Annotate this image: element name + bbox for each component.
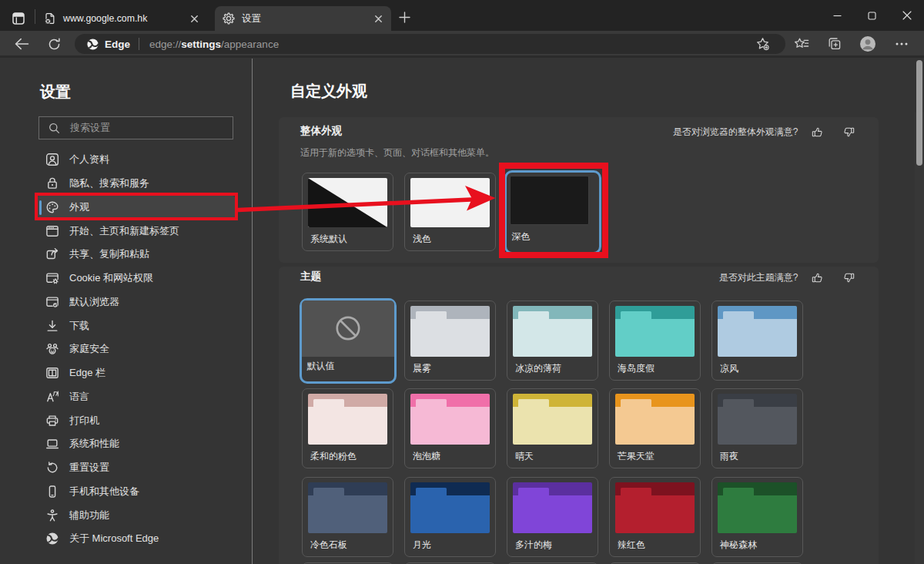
theme-card-soft-pink[interactable]: 柔和的粉色 <box>302 388 393 468</box>
theme-preview-tab <box>723 399 754 408</box>
tab-settings[interactable]: 设置 <box>215 6 391 31</box>
theme-card-label: 海岛度假 <box>618 362 654 375</box>
favorites-button[interactable] <box>790 35 813 53</box>
appearance-option-dark[interactable]: 深色 <box>504 170 601 254</box>
dark-preview <box>510 176 589 225</box>
sidebar-item-appearance[interactable]: 外观 <box>37 196 235 220</box>
search-settings-input[interactable]: 搜索设置 <box>38 116 233 139</box>
theme-card-juicy-plum[interactable]: 多汁的梅 <box>507 477 598 557</box>
theme-preview-body <box>308 407 387 445</box>
address-bar[interactable]: Edge edge://settings/appearance <box>75 34 785 54</box>
theme-preview <box>615 482 695 533</box>
theme-preview-body <box>718 495 797 533</box>
add-favorite-button[interactable] <box>755 37 770 51</box>
sidebar-item-family[interactable]: 家庭安全 <box>37 337 235 361</box>
sidebar-item-start[interactable]: 开始、主页和新建标签页 <box>37 219 235 243</box>
sidebar-item-reset[interactable]: 重置设置 <box>37 456 235 480</box>
appearance-option-light[interactable]: 浅色 <box>404 173 496 251</box>
more-menu-button[interactable] <box>890 35 913 53</box>
address-site-name: Edge <box>105 39 130 50</box>
page-favicon <box>44 12 56 25</box>
sidebar-item-cookies[interactable]: Cookie 和网站权限 <box>37 267 235 290</box>
overall-feedback: 是否对浏览器的整体外观满意? <box>673 124 855 139</box>
settings-page: 设置 搜索设置 个人资料 隐私、搜索和服务 外观 开始、主页和新建标签页 共享、… <box>0 56 924 564</box>
theme-card-island-getaway[interactable]: 海岛度假 <box>609 300 701 381</box>
sidebar-item-label: 隐私、搜索和服务 <box>69 176 149 190</box>
sidebar-item-label: 下载 <box>69 319 89 333</box>
sidebar-item-profile[interactable]: 个人资料 <box>37 148 235 172</box>
sidebar-item-privacy[interactable]: 隐私、搜索和服务 <box>37 172 235 196</box>
theme-card-mango-paradise[interactable]: 芒果天堂 <box>609 388 701 468</box>
theme-card-icy-mint[interactable]: 冰凉的薄荷 <box>507 300 598 381</box>
sidebar-item-downloads[interactable]: 下载 <box>37 314 235 337</box>
thumbs-down-icon[interactable] <box>842 124 855 139</box>
theme-preview-body <box>513 407 592 445</box>
theme-card-morning-fog[interactable]: 晨雾 <box>404 300 496 381</box>
sidebar-item-accessibility[interactable]: 辅助功能 <box>37 503 235 527</box>
theme-preview-tab <box>723 488 754 496</box>
sidebar-item-phone[interactable]: 手机和其他设备 <box>37 480 235 504</box>
tab-google[interactable]: www.google.com.hk <box>36 6 207 31</box>
theme-preview-tab <box>621 311 651 320</box>
theme-card-spicy-red[interactable]: 辣红色 <box>609 477 701 557</box>
thumbs-down-icon[interactable] <box>842 270 855 285</box>
tab-actions-menu-button[interactable] <box>9 9 28 28</box>
theme-card-label: 晨雾 <box>413 362 431 375</box>
theme-card-default[interactable]: 默认值 <box>300 298 397 384</box>
back-arrow-icon <box>15 38 29 50</box>
theme-preview-none <box>302 300 394 357</box>
appearance-option-system-default[interactable]: 系统默认 <box>302 173 393 251</box>
appearance-option-label: 浅色 <box>413 233 431 246</box>
window-minimize-button[interactable] <box>820 0 855 31</box>
tab-actions-icon <box>12 12 25 25</box>
back-button[interactable] <box>11 35 32 53</box>
sidebar-item-label: 外观 <box>69 200 89 214</box>
theme-feedback-question: 是否对此主题满意? <box>719 271 798 284</box>
theme-preview <box>513 482 592 533</box>
thumbs-down-glyph <box>843 272 855 284</box>
thumbs-up-icon[interactable] <box>811 124 824 139</box>
url-host: settings <box>181 39 221 50</box>
scrollbar-thumb[interactable] <box>916 60 922 166</box>
collections-button[interactable] <box>822 35 845 53</box>
theme-card-cool-breeze[interactable]: 凉风 <box>711 300 803 381</box>
tab-close-button[interactable] <box>372 12 384 25</box>
sidebar-item-printers[interactable]: 打印机 <box>37 408 235 432</box>
theme-card-rainy-night[interactable]: 雨夜 <box>711 388 803 468</box>
theme-card-mystic-forest[interactable]: 神秘森林 <box>711 477 803 557</box>
scrollbar-track[interactable] <box>915 112 924 564</box>
tab-close-button[interactable] <box>188 12 200 25</box>
sidebar-item-label: 重置设置 <box>69 461 109 475</box>
sidebar-item-edgebar[interactable]: Edge 栏 <box>37 361 235 385</box>
address-url[interactable]: edge://settings/appearance <box>149 39 279 50</box>
selected-item-accent-bar <box>39 200 42 215</box>
sidebar-item-about[interactable]: 关于 Microsoft Edge <box>37 527 235 551</box>
refresh-button[interactable] <box>43 35 65 53</box>
new-tab-button[interactable] <box>394 7 414 27</box>
appearance-option-label: 深色 <box>512 230 531 243</box>
sidebar-item-browser[interactable]: 默认浏览器 <box>37 290 235 314</box>
theme-card-cool-slate[interactable]: 冷色石板 <box>302 477 393 557</box>
accessibility-icon <box>45 509 59 522</box>
theme-card-label: 月光 <box>413 539 431 552</box>
theme-section: 主题 是否对此主题满意? 默认值 晨雾 冰凉的薄荷 海岛度假 凉风 柔和的粉色 … <box>279 267 879 564</box>
theme-card-moonlight[interactable]: 月光 <box>404 477 496 557</box>
window-close-button[interactable] <box>889 0 924 31</box>
sidebar-item-share[interactable]: 共享、复制和粘贴 <box>37 243 235 267</box>
tab-separator <box>35 9 35 24</box>
thumbs-up-icon[interactable] <box>811 270 824 285</box>
theme-preview-body <box>615 319 695 357</box>
theme-card-bubblegum[interactable]: 泡泡糖 <box>404 388 496 468</box>
profile-avatar[interactable] <box>856 35 879 53</box>
theme-preview-tab <box>518 399 549 408</box>
reset-icon <box>45 461 59 475</box>
sidebar-item-system[interactable]: 系统和性能 <box>37 432 235 456</box>
theme-preview-tab <box>416 311 447 320</box>
sidebar-item-languages[interactable]: 语言 <box>37 385 235 409</box>
none-icon <box>335 315 361 341</box>
theme-preview-tab <box>518 311 549 320</box>
sidebar-item-label: 开始、主页和新建标签页 <box>69 224 179 238</box>
close-icon <box>375 15 382 22</box>
window-maximize-button[interactable] <box>855 0 889 31</box>
theme-card-sunny-day[interactable]: 晴天 <box>507 388 598 468</box>
